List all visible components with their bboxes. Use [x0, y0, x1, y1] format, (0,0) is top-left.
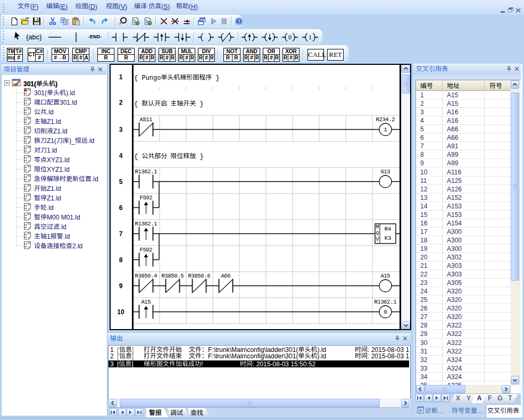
svg-text:...: ...	[477, 407, 483, 414]
svg-text:...: ...	[438, 407, 443, 414]
